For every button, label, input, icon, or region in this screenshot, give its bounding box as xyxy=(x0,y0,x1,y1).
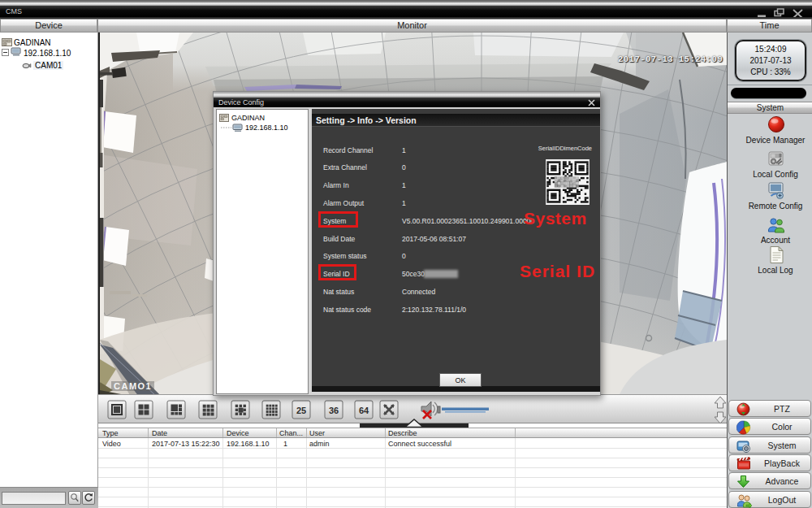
svg-text:25: 25 xyxy=(296,406,306,415)
svg-text:Chan...: Chan... xyxy=(279,429,303,437)
svg-text:Device: Device xyxy=(227,429,249,437)
svg-text:Date: Date xyxy=(152,429,167,437)
svg-text:Video: Video xyxy=(102,440,121,448)
svg-text:admin: admin xyxy=(309,440,330,448)
svg-text:36: 36 xyxy=(329,406,339,415)
svg-text:1: 1 xyxy=(283,440,287,448)
svg-text:192.168.1.10: 192.168.1.10 xyxy=(227,440,270,448)
svg-text:2017-07-13 15:22:30: 2017-07-13 15:22:30 xyxy=(152,440,220,448)
svg-text:Describe: Describe xyxy=(388,429,417,437)
svg-text:Type: Type xyxy=(102,429,119,437)
svg-text:User: User xyxy=(309,429,325,437)
svg-text:64: 64 xyxy=(359,406,369,415)
svg-text:Connect successful: Connect successful xyxy=(388,440,451,448)
